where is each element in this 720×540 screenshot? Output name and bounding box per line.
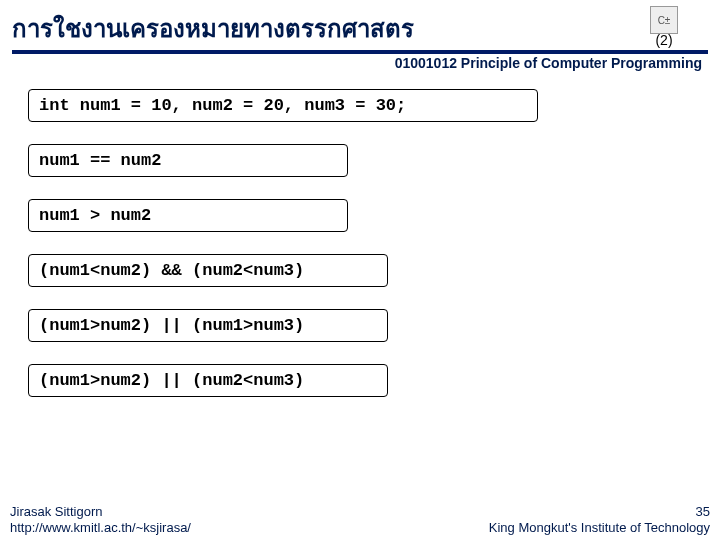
slide-number: 35	[489, 504, 710, 520]
author-url: http://www.kmitl.ac.th/~ksjirasa/	[10, 520, 191, 536]
code-line-gt: num1 > num2	[28, 199, 348, 232]
slide-content: int num1 = 10, num2 = 20, num3 = 30; num…	[0, 71, 720, 419]
code-line-or1: (num1>num2) || (num1>num3)	[28, 309, 388, 342]
code-line-declaration: int num1 = 10, num2 = 20, num3 = 30;	[28, 89, 538, 122]
logo-area: C± (2)	[650, 6, 678, 48]
course-logo-icon: C±	[650, 6, 678, 34]
slide-subnumber: (2)	[655, 32, 672, 48]
footer-right: 35 King Mongkut's Institute of Technolog…	[489, 504, 710, 537]
code-line-and: (num1<num2) && (num2<num3)	[28, 254, 388, 287]
footer-left: Jirasak Sittigorn http://www.kmitl.ac.th…	[10, 504, 191, 537]
code-line-eq: num1 == num2	[28, 144, 348, 177]
slide-header: การใชงานเครองหมายทางตรรกศาสตร C± (2) 010…	[0, 0, 720, 71]
title-underline	[12, 50, 708, 54]
course-code-line: 01001012 Principle of Computer Programmi…	[12, 55, 708, 71]
slide-title: การใชงานเครองหมายทางตรรกศาสตร	[12, 9, 414, 48]
institution-name: King Mongkut's Institute of Technology	[489, 520, 710, 536]
slide-footer: Jirasak Sittigorn http://www.kmitl.ac.th…	[0, 504, 720, 537]
author-name: Jirasak Sittigorn	[10, 504, 191, 520]
code-line-or2: (num1>num2) || (num2<num3)	[28, 364, 388, 397]
title-row: การใชงานเครองหมายทางตรรกศาสตร C± (2)	[12, 6, 708, 48]
